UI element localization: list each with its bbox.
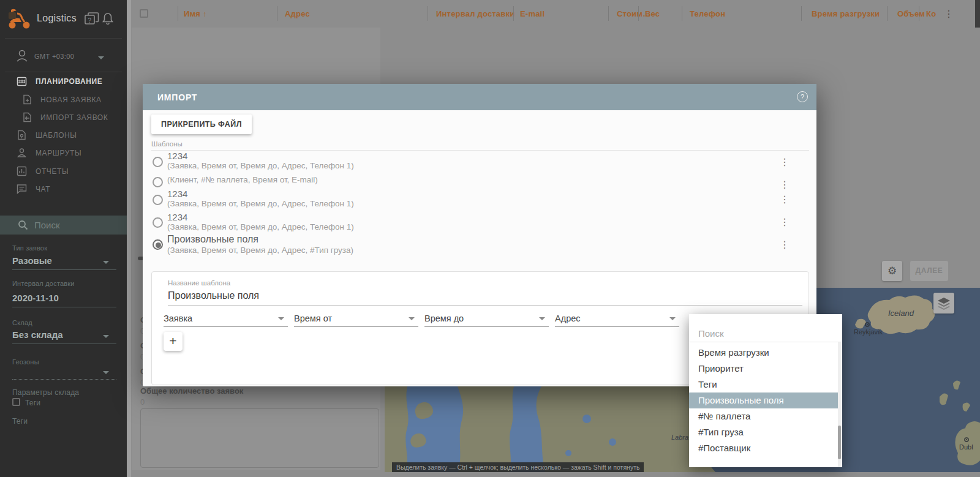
column-header-address[interactable]: Адрес — [285, 9, 310, 18]
divider — [12, 307, 116, 307]
map-hint-bar: Выделить заявку — Ctrl + щелчок; выделит… — [392, 462, 644, 472]
input-underline — [168, 305, 802, 306]
radio-button[interactable] — [153, 177, 163, 187]
calendar-icon — [17, 76, 27, 86]
chevron-down-icon — [669, 317, 676, 320]
column-divider — [887, 6, 888, 21]
filter-warehouse-value[interactable]: Без склада — [12, 329, 63, 340]
search-icon — [18, 220, 28, 230]
dropdown-item-supplier[interactable]: #Поставщик — [689, 440, 838, 456]
chevron-down-icon — [278, 317, 284, 320]
sidebar-search[interactable]: Поиск — [0, 216, 127, 235]
sidebar-item-chat[interactable]: ЧАТ — [0, 181, 127, 198]
filter-interval-label: Интервал доставки — [12, 280, 75, 287]
field-select-address[interactable]: Адрес — [555, 312, 679, 327]
row-menu-icon[interactable]: ⋮ — [780, 239, 790, 250]
column-divider — [682, 6, 682, 21]
field-select-time-to[interactable]: Время до — [424, 312, 549, 327]
dropdown-item-cargo-type[interactable]: #Тип груза — [689, 424, 838, 440]
sidebar-item-import-orders[interactable]: ИМПОРТ ЗАЯВОК — [0, 109, 127, 126]
radio-button[interactable] — [153, 217, 163, 228]
svg-text:?: ? — [88, 17, 92, 24]
notifications-bell-icon[interactable] — [102, 12, 113, 25]
column-divider — [513, 6, 514, 21]
help-boxes-icon[interactable]: ? — [85, 12, 99, 26]
column-header-unload-time[interactable]: Время разгрузки — [812, 9, 880, 18]
dropdown-item-custom-fields-highlighted[interactable]: Произвольные поля — [689, 392, 838, 408]
doc-import-icon — [22, 112, 32, 122]
sidebar-item-reports[interactable]: ОТЧЕТЫ — [0, 163, 127, 180]
empty-summary-card — [140, 408, 379, 468]
row-menu-icon[interactable]: ⋮ — [780, 193, 790, 205]
row-menu-icon[interactable]: ⋮ — [780, 179, 790, 190]
chevron-down-icon[interactable] — [103, 371, 109, 374]
dropdown-item-pallet-no[interactable]: #№ паллета — [689, 408, 838, 424]
chevron-down-icon[interactable] — [103, 335, 109, 338]
timezone-value[interactable]: GMT +03:00 — [34, 53, 74, 60]
sort-asc-icon: ↑ — [203, 9, 207, 18]
map-label-dublin: Dubl — [959, 443, 973, 451]
layers-icon — [933, 293, 954, 314]
column-header-volume[interactable]: Объем — [897, 9, 925, 18]
dropdown-search-input[interactable]: Поиск — [698, 328, 724, 339]
column-header-email[interactable]: E-mail — [520, 9, 545, 18]
report-icon — [17, 166, 27, 176]
help-icon[interactable]: ? — [797, 91, 808, 102]
total-orders-label: Общее количество заявок — [140, 386, 243, 396]
column-header-name[interactable]: Имя ↑ — [184, 9, 207, 18]
sidebar-item-routes[interactable]: МАРШРУТЫ — [0, 145, 127, 162]
map-label-reykjavik: Reykjavik — [854, 328, 883, 336]
filter-interval-value[interactable]: 2020-11-10 — [12, 293, 59, 303]
radio-button[interactable] — [153, 195, 163, 205]
column-divider — [919, 6, 919, 21]
sidebar-item-planning[interactable]: ПЛАНИРОВАНИЕ — [0, 73, 127, 90]
row-menu-icon[interactable]: ⋮ — [780, 216, 790, 228]
scrollbar-thumb[interactable] — [838, 426, 841, 459]
add-field-button[interactable]: + — [164, 332, 183, 351]
doc-pin-icon — [17, 130, 27, 140]
filter-order-type-value[interactable]: Разовые — [12, 255, 52, 266]
column-divider — [277, 6, 277, 21]
content-edge-strip — [127, 0, 131, 477]
tags-checkbox-label: Теги — [25, 399, 40, 407]
sidebar-item-new-order[interactable]: НОВАЯ ЗАЯВКА — [0, 91, 127, 108]
select-all-checkbox[interactable] — [140, 9, 148, 18]
timezone-caret-icon[interactable] — [98, 56, 104, 59]
chevron-down-icon[interactable] — [103, 261, 109, 264]
column-header-phone[interactable]: Телефон — [690, 9, 725, 18]
radio-button[interactable] — [153, 157, 163, 167]
column-divider — [428, 6, 428, 21]
map-layers-button[interactable] — [933, 293, 954, 314]
column-header-weight[interactable]: Вес — [645, 9, 660, 18]
brand-name: Logistics — [37, 13, 77, 24]
field-select-order[interactable]: Заявка — [164, 312, 288, 327]
dropdown-item-tags[interactable]: Теги — [689, 377, 838, 392]
settings-button[interactable]: ⚙ — [882, 261, 902, 281]
radio-button-selected[interactable] — [153, 239, 163, 250]
attach-file-button[interactable]: ПРИКРЕПИТЬ ФАЙЛ — [151, 115, 252, 134]
dialog-title: ИМПОРТ — [157, 92, 197, 102]
tags-checkbox[interactable] — [12, 398, 20, 406]
template-name-label: Название шаблона — [168, 279, 230, 287]
field-select-time-from[interactable]: Время от — [294, 312, 418, 327]
filter-warehouse-params-label: Параметры склада — [12, 388, 79, 397]
filter-tags-label: Теги — [12, 417, 28, 426]
sidebar: Logistics ? GMT +03:00 ПЛАНИРОВАНИЕ — [0, 0, 127, 477]
dropdown-item-unload-time[interactable]: Время разгрузки — [689, 345, 838, 361]
divider — [5, 38, 122, 39]
dropdown-item-priority[interactable]: Приоритет — [689, 361, 838, 377]
divider — [12, 269, 116, 270]
sidebar-item-templates[interactable]: ШАБЛОНЫ — [0, 127, 127, 144]
map-label-labrador: Labra — [671, 434, 688, 441]
chevron-down-icon — [539, 317, 545, 320]
field-picker-dropdown: Поиск Время разгрузки Приоритет Теги Про… — [689, 314, 842, 467]
next-button[interactable]: ДАЛЕЕ — [910, 261, 948, 281]
column-header-qty[interactable]: Ко — [926, 9, 936, 18]
table-menu-icon[interactable]: ⋮ — [944, 8, 954, 20]
logistics-logo-icon — [6, 7, 32, 29]
map-label-iceland: Iceland — [888, 309, 914, 318]
template-name-input[interactable]: Произвольные поля — [168, 290, 259, 301]
column-header-interval[interactable]: Интервал доставки — [436, 9, 514, 18]
row-menu-icon[interactable]: ⋮ — [780, 156, 790, 168]
column-divider — [801, 6, 802, 21]
